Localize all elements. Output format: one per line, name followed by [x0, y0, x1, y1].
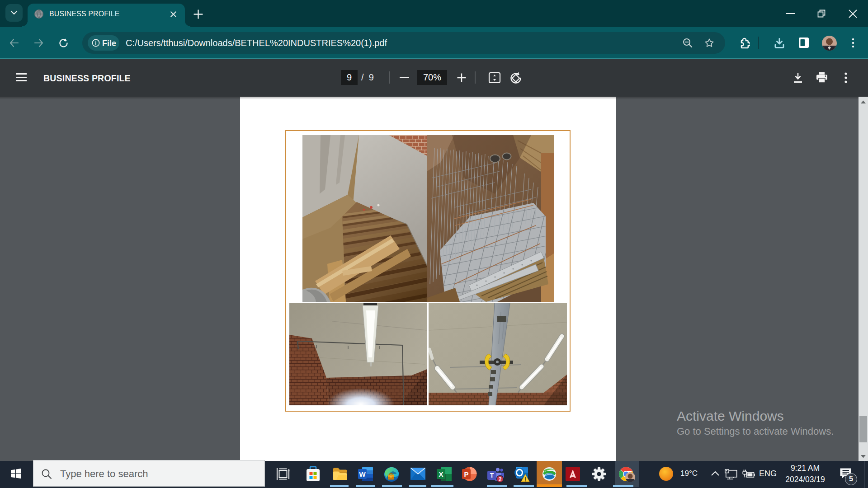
svg-text:P: P: [464, 470, 468, 478]
svg-text:W: W: [359, 470, 366, 478]
svg-text:2: 2: [499, 476, 502, 483]
svg-text:T: T: [490, 472, 494, 479]
svg-text:X: X: [439, 470, 443, 478]
